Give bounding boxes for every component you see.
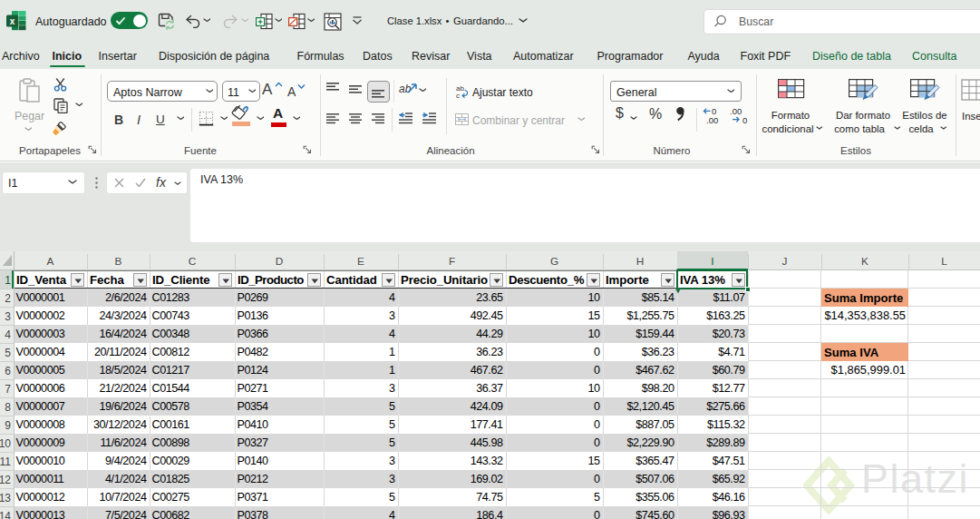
svg-text:0: 0: [742, 115, 747, 124]
svg-text:c: c: [456, 92, 460, 99]
svg-text:x: x: [10, 16, 15, 26]
svg-text:.00: .00: [730, 107, 742, 116]
svg-text:.00: .00: [706, 115, 718, 124]
